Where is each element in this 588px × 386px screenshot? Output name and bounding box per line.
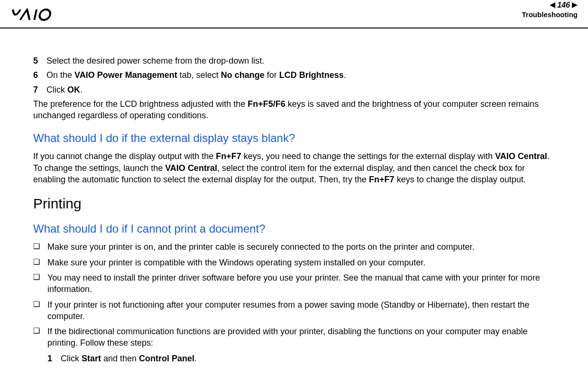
section-title: Troubleshooting xyxy=(522,10,578,19)
next-page-icon[interactable] xyxy=(572,2,578,8)
step-text: Click OK. xyxy=(46,84,83,95)
sub-step-1: 1 Click Start and then Control Panel. xyxy=(47,353,555,364)
bullet-item: ❑ If the bidirectional communication fun… xyxy=(33,326,555,349)
step-number: 7 xyxy=(33,84,46,95)
page-number: 146 xyxy=(557,1,570,9)
step-text: Select the desired power scheme from the… xyxy=(46,55,264,66)
prev-page-icon[interactable] xyxy=(550,2,555,8)
step-7: 7 Click OK. xyxy=(33,84,555,95)
page-navigation: 146 xyxy=(522,1,578,9)
paragraph-brightness: The preference for the LCD brightness ad… xyxy=(33,98,555,122)
heading-printing: Printing xyxy=(33,196,555,212)
bullet-item: ❑ Make sure your printer is on, and the … xyxy=(33,241,555,253)
bullet-item: ❑ You may need to install the printer dr… xyxy=(33,272,555,295)
bullet-icon: ❑ xyxy=(33,326,47,349)
bullet-icon: ❑ xyxy=(33,257,47,268)
vaio-logo xyxy=(9,9,74,24)
sub-step-number: 1 xyxy=(47,353,61,364)
bullet-text: If the bidirectional communication funct… xyxy=(47,326,555,349)
bullet-text: Make sure your printer is on, and the pr… xyxy=(47,241,475,253)
sub-step-text: Click Start and then Control Panel. xyxy=(61,353,197,364)
bullet-icon: ❑ xyxy=(33,299,47,322)
step-number: 5 xyxy=(33,55,46,66)
heading-external-display: What should I do if the external display… xyxy=(33,132,555,145)
step-number: 6 xyxy=(33,69,46,81)
svg-point-1 xyxy=(38,9,51,20)
step-text: On the VAIO Power Management tab, select… xyxy=(46,69,346,81)
page-header: 146 Troubleshooting xyxy=(0,0,588,28)
bullet-icon: ❑ xyxy=(33,272,47,295)
bullet-icon: ❑ xyxy=(33,241,47,253)
paragraph-external-display: If you cannot change the display output … xyxy=(33,151,555,185)
bullet-item: ❑ Make sure your printer is compatible w… xyxy=(33,257,555,268)
bullet-text: Make sure your printer is compatible wit… xyxy=(47,257,425,268)
page-content: 5 Select the desired power scheme from t… xyxy=(0,28,588,374)
bullet-text: You may need to install the printer driv… xyxy=(47,272,555,295)
bullet-item: ❑ If your printer is not functioning aft… xyxy=(33,299,555,322)
step-5: 5 Select the desired power scheme from t… xyxy=(33,55,555,66)
svg-rect-0 xyxy=(33,9,37,20)
step-6: 6 On the VAIO Power Management tab, sele… xyxy=(33,69,555,81)
heading-cannot-print: What should I do if I cannot print a doc… xyxy=(33,222,555,235)
bullet-text: If your printer is not functioning after… xyxy=(47,299,555,322)
